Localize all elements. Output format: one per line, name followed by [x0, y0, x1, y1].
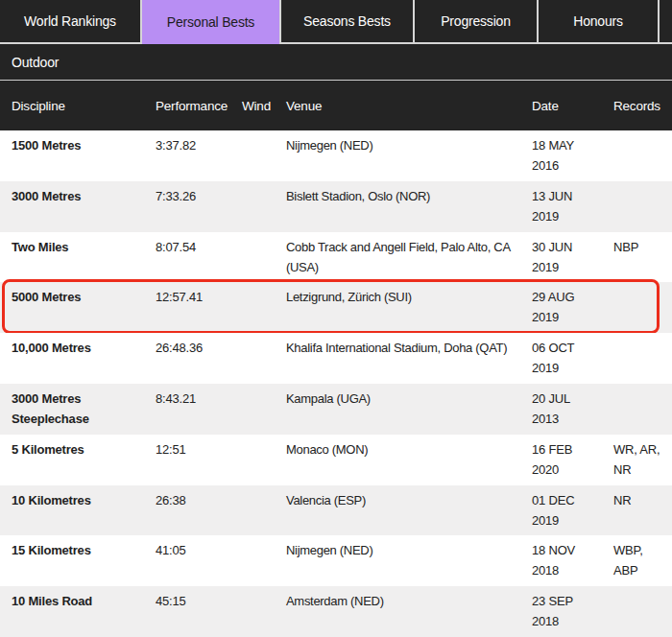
column-header-discipline: Discipline — [12, 99, 156, 113]
cell-venue: Cobb Track and Angell Field, Palo Alto, … — [286, 237, 532, 277]
cell-date: 30 JUN 2019 — [532, 237, 613, 277]
cell-discipline: Two Miles — [12, 237, 156, 277]
cell-wind — [242, 540, 286, 580]
cell-wind — [242, 135, 286, 176]
cell-wind — [242, 186, 286, 226]
cell-date: 20 JUL 2013 — [532, 389, 613, 429]
table-row: 15 Kilometres 41:05 Nijmegen (NED) 18 NO… — [0, 535, 672, 586]
cell-discipline: 10 Kilometres — [12, 490, 156, 531]
cell-wind — [242, 389, 286, 429]
column-header-wind: Wind — [242, 99, 286, 113]
cell-discipline: 5 Kilometres — [12, 439, 156, 480]
cell-records: NBP — [613, 237, 672, 277]
column-header-records: Records — [613, 99, 672, 113]
cell-discipline: 3000 Metres Steeplechase — [12, 389, 156, 429]
personal-bests-page: World Rankings Personal Bests Seasons Be… — [0, 0, 672, 637]
table-row: 5 Kilometres 12:51 Monaco (MON) 16 FEB 2… — [0, 435, 672, 485]
table-row: 1500 Metres 3:37.82 Nijmegen (NED) 18 MA… — [0, 130, 672, 181]
cell-discipline: 1500 Metres — [12, 135, 156, 176]
cell-records: NR — [613, 490, 672, 531]
cell-venue: Letzigrund, Zürich (SUI) — [286, 287, 532, 327]
cell-venue: Nijmegen (NED) — [286, 135, 532, 176]
cell-performance: 41:05 — [156, 540, 242, 580]
cell-wind — [242, 591, 286, 631]
tab-label: Seasons Bests — [303, 13, 391, 29]
profile-tab-bar: World Rankings Personal Bests Seasons Be… — [0, 0, 672, 44]
cell-wind — [242, 490, 286, 531]
section-header-label: Outdoor — [12, 55, 59, 70]
cell-discipline: 3000 Metres — [12, 186, 156, 226]
cell-date: 16 FEB 2020 — [532, 439, 613, 480]
section-header-outdoor: Outdoor — [0, 44, 672, 81]
cell-venue: Kampala (UGA) — [286, 389, 532, 429]
cell-venue: Valencia (ESP) — [286, 490, 532, 531]
cell-wind — [242, 439, 286, 480]
cell-performance: 12:57.41 — [156, 287, 242, 327]
table-row: 3000 Metres 7:33.26 Bislett Stadion, Osl… — [0, 181, 672, 232]
cell-performance: 26:48.36 — [156, 338, 242, 378]
personal-bests-table: 1500 Metres 3:37.82 Nijmegen (NED) 18 MA… — [0, 130, 672, 637]
cell-venue: Khalifa International Stadium, Doha (QAT… — [286, 338, 532, 378]
cell-performance: 3:37.82 — [156, 135, 242, 176]
tab-world-rankings[interactable]: World Rankings — [0, 0, 140, 42]
cell-venue: Monaco (MON) — [286, 439, 532, 480]
cell-venue: Bislett Stadion, Oslo (NOR) — [286, 186, 532, 226]
cell-date: 29 AUG 2019 — [532, 287, 613, 327]
table-row: 3000 Metres Steeplechase 8:43.21 Kampala… — [0, 384, 672, 435]
cell-discipline: 5000 Metres — [12, 287, 156, 327]
cell-performance: 7:33.26 — [156, 186, 242, 226]
tab-personal-bests[interactable]: Personal Bests — [142, 0, 279, 44]
cell-date: 18 NOV 2018 — [532, 540, 613, 580]
cell-performance: 45:15 — [156, 591, 242, 631]
cell-date: 13 JUN 2019 — [532, 186, 613, 226]
table-row: 10 Kilometres 26:38 Valencia (ESP) 01 DE… — [0, 485, 672, 536]
cell-wind — [242, 287, 286, 327]
cell-records — [613, 186, 672, 226]
column-header-venue: Venue — [286, 99, 532, 113]
cell-venue: Nijmegen (NED) — [286, 540, 532, 580]
cell-records — [613, 389, 672, 429]
cell-date: 23 SEP 2018 — [532, 591, 613, 631]
cell-performance: 8:43.21 — [156, 389, 242, 429]
cell-date: 18 MAY 2016 — [532, 135, 613, 176]
tab-bar-filler — [660, 0, 672, 42]
table-row: 5000 Metres 12:57.41 Letzigrund, Zürich … — [0, 282, 672, 333]
cell-discipline: 15 Kilometres — [12, 540, 156, 580]
column-header-date: Date — [532, 99, 613, 113]
cell-performance: 8:07.54 — [156, 237, 242, 277]
tab-label: World Rankings — [24, 13, 116, 29]
cell-discipline: 10,000 Metres — [12, 338, 156, 378]
cell-date: 01 DEC 2019 — [532, 490, 613, 531]
tab-label: Progression — [441, 13, 511, 29]
tab-progression[interactable]: Progression — [415, 0, 537, 42]
cell-records: WBP, ABP — [613, 540, 672, 580]
cell-records — [613, 338, 672, 378]
table-row: Two Miles 8:07.54 Cobb Track and Angell … — [0, 232, 672, 283]
tab-label: Personal Bests — [167, 14, 254, 30]
cell-performance: 26:38 — [156, 490, 242, 531]
table-row: 10,000 Metres 26:48.36 Khalifa Internati… — [0, 333, 672, 384]
tab-label: Honours — [573, 13, 623, 29]
cell-records — [613, 135, 672, 176]
cell-records — [613, 287, 672, 327]
cell-date: 06 OCT 2019 — [532, 338, 613, 378]
cell-records — [613, 591, 672, 631]
cell-wind — [242, 338, 286, 378]
cell-performance: 12:51 — [156, 439, 242, 480]
cell-wind — [242, 237, 286, 277]
cell-records: WR, AR, NR — [613, 439, 672, 480]
tab-seasons-bests[interactable]: Seasons Bests — [281, 0, 413, 42]
table-row: 10 Miles Road 45:15 Amsterdam (NED) 23 S… — [0, 586, 672, 637]
cell-discipline: 10 Miles Road — [12, 591, 156, 631]
column-header-performance: Performance — [156, 99, 242, 113]
table-header-row: Discipline Performance Wind Venue Date R… — [0, 81, 672, 130]
cell-venue: Amsterdam (NED) — [286, 591, 532, 631]
tab-honours[interactable]: Honours — [539, 0, 658, 42]
